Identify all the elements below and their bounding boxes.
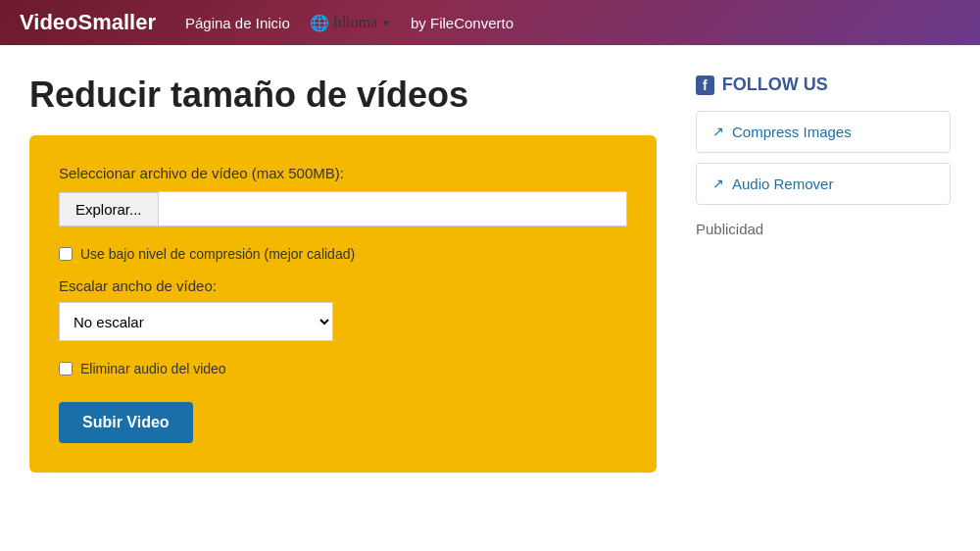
scale-label: Escalar ancho de vídeo: [59, 277, 627, 294]
audio-remover-card[interactable]: ↗ Audio Remover [696, 163, 951, 205]
external-link-icon-2: ↗ [712, 175, 724, 192]
main-nav: Página de Inicio 🌐 Idioma ▼ by FileConve… [185, 14, 514, 32]
chevron-down-icon: ▼ [381, 18, 391, 28]
low-compression-checkbox[interactable] [59, 247, 73, 261]
compress-images-link[interactable]: Compress Images [732, 124, 852, 140]
file-input-row: Explorar... [59, 191, 627, 226]
header: VideoSmaller Página de Inicio 🌐 Idioma ▼… [0, 0, 980, 45]
low-compression-row: Use bajo nivel de compresión (mejor cali… [59, 246, 627, 262]
remove-audio-row: Eliminar audio del video [59, 361, 627, 376]
page-title: Reducir tamaño de vídeos [29, 75, 657, 116]
flag-icon: 🌐 [310, 14, 329, 32]
file-label: Seleccionar archivo de vídeo (max 500MB)… [59, 165, 627, 181]
follow-us-header: f FOLLOW US [696, 75, 951, 95]
main-container: Reducir tamaño de vídeos Seleccionar arc… [10, 75, 970, 473]
follow-us-text: FOLLOW US [722, 75, 828, 95]
logo: VideoSmaller [20, 10, 156, 35]
explore-button[interactable]: Explorar... [59, 192, 158, 226]
remove-audio-label: Eliminar audio del video [80, 361, 226, 376]
compress-images-card[interactable]: ↗ Compress Images [696, 111, 951, 153]
file-input[interactable] [158, 191, 627, 226]
scale-select[interactable]: No escalar 320 480 640 720 1080 [59, 302, 333, 341]
form-card: Seleccionar archivo de vídeo (max 500MB)… [29, 135, 657, 473]
right-sidebar: f FOLLOW US ↗ Compress Images ↗ Audio Re… [696, 75, 951, 473]
left-content: Reducir tamaño de vídeos Seleccionar arc… [29, 75, 657, 473]
facebook-icon: f [696, 75, 714, 95]
publicidad-label: Publicidad [696, 221, 951, 237]
nav-idioma[interactable]: 🌐 Idioma ▼ [310, 14, 391, 32]
remove-audio-checkbox[interactable] [59, 362, 73, 376]
external-link-icon-1: ↗ [712, 124, 724, 140]
low-compression-label: Use bajo nivel de compresión (mejor cali… [80, 246, 355, 262]
idioma-label: Idioma [333, 14, 377, 31]
nav-by-fileconverto[interactable]: by FileConverto [411, 15, 514, 31]
submit-button[interactable]: Subir Video [59, 402, 193, 443]
audio-remover-link[interactable]: Audio Remover [732, 175, 833, 192]
nav-home[interactable]: Página de Inicio [185, 15, 290, 31]
